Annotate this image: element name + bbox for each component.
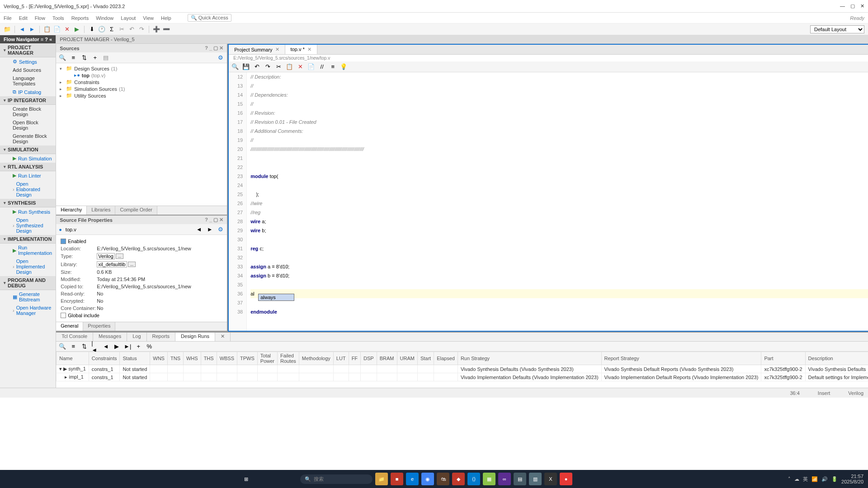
code-line[interactable]: [250, 163, 868, 172]
runs-row[interactable]: ▾ ▶ synth_1constrs_1Not startedVivado Sy…: [57, 365, 868, 373]
code-line[interactable]: //wire: [250, 199, 868, 208]
runs-header[interactable]: Failed Routes: [278, 352, 299, 365]
runs-row[interactable]: ▸ impl_1constrs_1Not startedVivado Imple…: [57, 373, 868, 381]
code-line[interactable]: );: [250, 190, 868, 199]
runs-collapse-icon[interactable]: ≡: [70, 343, 77, 350]
ed-paste-icon[interactable]: 📄: [307, 63, 315, 70]
tree-item[interactable]: ▾📁 Design Sources (1): [58, 65, 225, 72]
sigma-icon[interactable]: Σ: [108, 26, 115, 33]
tray-battery-icon[interactable]: 🔋: [831, 476, 838, 482]
code-line[interactable]: ////////////////////////////////////////…: [250, 145, 868, 154]
runs-header[interactable]: THS: [201, 352, 217, 365]
code-line[interactable]: [250, 181, 868, 190]
remove-icon[interactable]: ➖: [163, 26, 170, 33]
code-line[interactable]: [250, 280, 868, 289]
menu-file[interactable]: File: [4, 15, 12, 21]
tray-cloud-icon[interactable]: ☁: [794, 476, 799, 482]
runs-header[interactable]: FF: [349, 352, 360, 365]
code-line[interactable]: // Description:: [250, 72, 868, 81]
collapse-icon[interactable]: ≡: [70, 54, 77, 61]
task-store-icon[interactable]: 🛍: [437, 473, 449, 485]
close-tab-icon[interactable]: ✕: [275, 47, 279, 52]
flow-nav-controls[interactable]: ≡ ? «: [41, 37, 52, 42]
flow-item[interactable]: Language Templates: [0, 74, 56, 88]
task-vscode-icon[interactable]: ⟨⟩: [467, 473, 480, 485]
minimize-icon[interactable]: —: [840, 3, 845, 9]
cut-icon[interactable]: ✂: [118, 26, 125, 33]
flow-item[interactable]: ⧉ IP Catalog: [0, 88, 56, 96]
gear-icon[interactable]: ⚙: [217, 54, 224, 61]
runs-header[interactable]: DSP: [361, 352, 377, 365]
tray-clock[interactable]: 21:57 2025/8/20: [841, 474, 863, 484]
props-forward-icon[interactable]: ►: [206, 226, 213, 233]
runs-header[interactable]: TPWS: [237, 352, 258, 365]
runs-header[interactable]: Status: [120, 352, 150, 365]
flow-item[interactable]: Create Block Design: [0, 105, 56, 118]
code-line[interactable]: assign a = 8'd10;: [250, 262, 868, 271]
flow-item[interactable]: Add Sources: [0, 66, 56, 74]
flow-section-header[interactable]: ▾ IMPLEMENTATION: [0, 235, 56, 244]
prop-input[interactable]: Verilog: [97, 253, 115, 259]
task-rec-icon[interactable]: ●: [560, 473, 572, 485]
tab-libraries[interactable]: Libraries: [87, 206, 115, 215]
code-line[interactable]: [250, 298, 868, 307]
task-app3-icon[interactable]: ▦: [483, 473, 495, 485]
autocomplete-popup[interactable]: always: [258, 294, 294, 301]
props-gear-icon[interactable]: ⚙: [217, 226, 224, 233]
tab-properties[interactable]: Properties: [83, 322, 115, 331]
code-line[interactable]: // Revision 0.01 - File Created: [250, 117, 868, 127]
tab-log[interactable]: Log: [127, 333, 146, 341]
runs-header[interactable]: TNS: [167, 352, 183, 365]
runs-header[interactable]: Start: [417, 352, 434, 365]
tab-tcl-console[interactable]: Tcl Console: [56, 333, 93, 341]
forward-icon[interactable]: ►: [28, 26, 36, 33]
flow-item[interactable]: Generate Block Design: [0, 132, 56, 145]
runs-header[interactable]: Methodology: [299, 352, 333, 365]
prop-browse-button[interactable]: ...: [116, 253, 124, 259]
enabled-checkbox[interactable]: [61, 239, 66, 244]
maximize-icon[interactable]: ▢: [850, 3, 855, 9]
flow-item[interactable]: ▦ Generate Bitstream: [0, 290, 56, 304]
code-line[interactable]: [250, 235, 868, 244]
taskbar-search[interactable]: 🔍 搜索: [300, 474, 373, 484]
runs-header[interactable]: Description: [805, 352, 868, 365]
menu-tools[interactable]: Tools: [52, 15, 64, 21]
prop-input[interactable]: xil_defaultlib: [97, 261, 127, 267]
menu-help[interactable]: Help: [161, 15, 171, 21]
flow-item[interactable]: › Open Implemented Design: [0, 257, 56, 276]
code-line[interactable]: // Dependencies:: [250, 90, 868, 99]
menu-window[interactable]: Window: [96, 15, 113, 21]
close-tab-icon[interactable]: ✕: [307, 47, 311, 52]
tray-up-icon[interactable]: ˄: [788, 476, 791, 482]
flow-section-header[interactable]: ▾ IP INTEGRATOR: [0, 96, 56, 105]
copy-icon[interactable]: 📋: [43, 26, 51, 33]
flow-item[interactable]: › Open Elaborated Design: [0, 180, 56, 199]
code-line[interactable]: endmodule: [250, 307, 868, 316]
runs-header[interactable]: Part: [761, 352, 805, 365]
tab-compile-order[interactable]: Compile Order: [115, 206, 157, 215]
tray-volume-icon[interactable]: 🔊: [821, 476, 828, 482]
flow-item[interactable]: ▶ Run Linter: [0, 171, 56, 180]
task-vs-icon[interactable]: ∞: [498, 473, 511, 485]
flow-item[interactable]: Open Block Design: [0, 118, 56, 132]
tab-reports[interactable]: Reports: [147, 333, 176, 341]
task-vivado-icon[interactable]: X: [544, 473, 557, 485]
flow-section-header[interactable]: ▾ PROJECT MANAGER: [0, 43, 56, 57]
sources-panel-controls[interactable]: ? _ ▢ ✕: [205, 45, 223, 51]
flow-section-header[interactable]: ▾ SIMULATION: [0, 145, 56, 154]
ed-help-icon[interactable]: 💡: [340, 63, 347, 70]
code-line[interactable]: wire a;: [250, 217, 868, 226]
ed-search-icon[interactable]: 🔍: [231, 63, 239, 70]
ed-redo-icon[interactable]: ↷: [264, 63, 271, 70]
tree-item[interactable]: ▸📁 Constraints: [58, 79, 225, 85]
close-icon[interactable]: ✕: [860, 3, 864, 9]
ed-save-icon[interactable]: 💾: [242, 63, 250, 70]
task-app5-icon[interactable]: ▥: [529, 473, 542, 485]
runs-header[interactable]: Report Strategy: [601, 352, 761, 365]
quick-access-input[interactable]: 🔍 Quick Access: [188, 14, 231, 22]
ed-cut-icon[interactable]: ✂: [275, 63, 282, 70]
tree-item[interactable]: ▸📁 Utility Sources: [58, 92, 225, 99]
menu-edit[interactable]: Edit: [19, 15, 28, 21]
flow-item[interactable]: ▶ Run Synthesis: [0, 207, 56, 216]
code-line[interactable]: // Additional Comments:: [250, 127, 868, 136]
